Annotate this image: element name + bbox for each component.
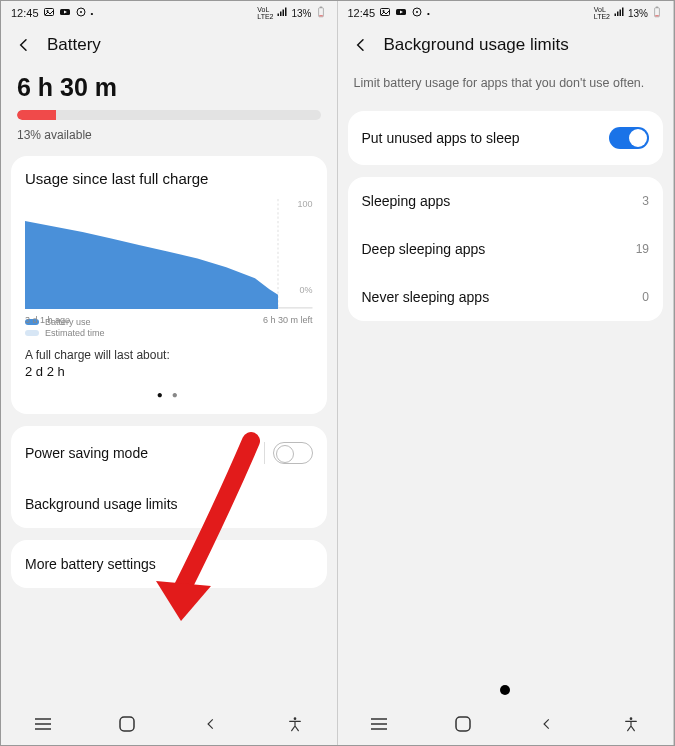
status-time: 12:45 [11, 7, 39, 19]
battery-bar-fill [17, 110, 56, 120]
back-icon[interactable] [15, 36, 33, 54]
power-saving-row[interactable]: Power saving mode [11, 426, 327, 480]
status-bar: 12:45 • VoLLTE2 13% [338, 1, 674, 25]
header: Background usage limits [338, 25, 674, 63]
page-title: Battery [47, 35, 101, 55]
battery-screen: 12:45 • VoLLTE2 13% Batt [1, 1, 338, 745]
power-saving-card: Power saving mode Background usage limit… [11, 426, 327, 528]
status-dot-icon: • [427, 9, 430, 18]
list-item-count: 19 [636, 242, 649, 256]
svg-point-21 [416, 11, 418, 13]
status-youtube-icon [59, 6, 71, 20]
svg-point-29 [630, 717, 633, 720]
usage-card-title: Usage since last full charge [25, 170, 313, 187]
svg-rect-7 [319, 15, 323, 17]
svg-rect-15 [120, 717, 134, 731]
status-volte-icon: VoLLTE2 [594, 6, 610, 20]
list-item-count: 0 [642, 290, 649, 304]
status-image-icon [43, 6, 55, 20]
nav-accessibility-icon[interactable] [280, 716, 310, 736]
battery-chart[interactable]: 100 0% 3 d 1 h ago 6 h 30 m left [25, 199, 313, 309]
status-battery-pct: 13% [291, 8, 311, 19]
power-saving-toggle[interactable] [273, 442, 313, 464]
status-youtube-icon [395, 6, 407, 20]
legend-est: Estimated time [45, 328, 105, 338]
bg-limits-label: Background usage limits [25, 496, 178, 512]
more-settings-card: More battery settings [11, 540, 327, 588]
status-dot-icon: • [91, 9, 94, 18]
nav-recents-icon[interactable] [28, 717, 58, 735]
put-sleep-toggle[interactable] [609, 127, 649, 149]
put-sleep-card: Put unused apps to sleep [348, 111, 664, 165]
time-remaining: 6 h 30 m [1, 63, 337, 110]
header: Battery [1, 25, 337, 63]
status-settings-icon [411, 6, 423, 20]
put-sleep-row[interactable]: Put unused apps to sleep [348, 111, 664, 165]
put-sleep-label: Put unused apps to sleep [362, 130, 520, 146]
nav-bar [338, 707, 674, 745]
svg-rect-23 [656, 7, 658, 8]
y-axis-top: 100 [297, 199, 312, 209]
nav-bar [1, 707, 337, 745]
x-axis-left: 3 d 1 h ago [25, 315, 70, 325]
battery-bar [17, 110, 321, 120]
deep-sleeping-apps-row[interactable]: Deep sleeping apps 19 [348, 225, 664, 273]
list-item-label: Deep sleeping apps [362, 241, 486, 257]
nav-back-icon[interactable] [196, 717, 226, 735]
x-axis-right: 6 h 30 m left [263, 315, 313, 325]
nav-home-icon[interactable] [448, 715, 478, 737]
status-bar: 12:45 • VoLLTE2 13% [1, 1, 337, 25]
page-subtitle: Limit battery usage for apps that you do… [338, 63, 674, 111]
status-signal-icon [613, 6, 625, 20]
svg-marker-10 [25, 221, 278, 309]
scroll-indicator-dot [500, 685, 510, 695]
y-axis-bot: 0% [299, 285, 312, 295]
never-sleeping-apps-row[interactable]: Never sleeping apps 0 [348, 273, 664, 321]
status-time: 12:45 [348, 7, 376, 19]
divider [264, 442, 265, 464]
list-item-label: Sleeping apps [362, 193, 451, 209]
list-item-count: 3 [642, 194, 649, 208]
nav-home-icon[interactable] [112, 715, 142, 737]
svg-point-16 [293, 717, 296, 720]
status-settings-icon [75, 6, 87, 20]
back-icon[interactable] [352, 36, 370, 54]
bg-limits-screen: 12:45 • VoLLTE2 13% Background usage lim… [338, 1, 675, 745]
status-image-icon [379, 6, 391, 20]
status-battery-icon [651, 6, 663, 20]
usage-card: Usage since last full charge 100 0% 3 d … [11, 156, 327, 414]
available-text: 13% available [1, 120, 337, 156]
full-charge-label: A full charge will last about: [25, 348, 313, 362]
svg-rect-6 [319, 7, 321, 8]
power-saving-label: Power saving mode [25, 445, 148, 461]
more-settings-label: More battery settings [25, 556, 156, 572]
page-dots[interactable]: ● ● [25, 389, 313, 400]
nav-recents-icon[interactable] [364, 717, 394, 735]
svg-rect-24 [655, 15, 659, 17]
nav-back-icon[interactable] [532, 717, 562, 735]
status-battery-pct: 13% [628, 8, 648, 19]
status-volte-icon: VoLLTE2 [257, 6, 273, 20]
page-title: Background usage limits [384, 35, 569, 55]
svg-point-4 [80, 11, 82, 13]
nav-accessibility-icon[interactable] [616, 716, 646, 736]
full-charge-value: 2 d 2 h [25, 364, 313, 379]
svg-rect-28 [456, 717, 470, 731]
list-item-label: Never sleeping apps [362, 289, 490, 305]
status-battery-icon [315, 6, 327, 20]
status-signal-icon [276, 6, 288, 20]
bg-limits-row[interactable]: Background usage limits [11, 480, 327, 528]
more-settings-row[interactable]: More battery settings [11, 540, 327, 588]
apps-list-card: Sleeping apps 3 Deep sleeping apps 19 Ne… [348, 177, 664, 321]
legend-swatch-est [25, 330, 39, 336]
sleeping-apps-row[interactable]: Sleeping apps 3 [348, 177, 664, 225]
